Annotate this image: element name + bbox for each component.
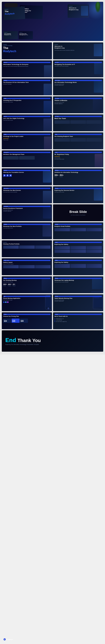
slide-grid-16: Pricing Choose Our Pricing Plan Basic $2… [2,312,103,329]
slide-works[interactable]: How It Works Our Information Technology … [53,78,103,95]
slide-number-6: 06 [101,94,102,95]
slide-tablet[interactable]: Mockup Tablet Website Mockup Plan Lorem … [53,294,103,311]
slide-number-4: 04 [101,76,102,77]
slide-number-8: 08 [101,112,102,113]
slide-grid-11: Portfolio Showcase Our Best Portfolio Lo… [2,222,103,239]
contact-email: hello@rodytech.com [54,318,102,319]
showing-gallery-1 [3,246,19,249]
contact-details: hello@rodytech.com +1 234 567 890 123 Te… [54,318,102,322]
slide-grid-1: Rodytech Information Technology TheRodyt… [2,42,103,59]
contact-email-text: hello@rodytech.com [56,318,64,319]
slide-perspective[interactable]: Insight Unveiling Our IT Perspective Lor… [2,96,52,113]
contact-phone: +1 234 567 890 [54,320,102,321]
slide-best-service[interactable]: Best Service Showcase Our Best Service L… [2,186,52,203]
slide-showing-portfolio-content: Rodytech Showing The Best Portfolio [3,242,50,249]
slide-info[interactable]: About Us Information Technology for Ever… [2,60,52,77]
slide-amazing-badge: Team [54,134,102,135]
slide-solutions[interactable]: Solutions Solutions for Information Tech… [53,168,103,185]
slide-join-title: Let's Join Our Digital Technology [3,118,50,119]
slide-gallery2-badge: Gallery [54,260,102,261]
break-subtitle: Let's Take a Break for a Few Minutes [71,214,86,216]
slide-welcome-content: Rodytech Welcome toRodytech Corp Lorem i… [54,44,102,51]
contact-address-text: 123 Tech Street, Digital City [56,321,67,322]
slide-pricing-badge: Pricing [3,314,50,315]
slide-success-badge: Success [54,188,102,189]
slide-break[interactable]: Break Slide Let's Take a Break for a Few… [53,204,103,221]
slide-laptop[interactable]: Mockup Showcase Our Laptop Mockup Lorem … [53,276,103,293]
slide-cover[interactable]: Rodytech Information Technology TheRodyt… [2,42,52,59]
hero-bottom-previews: Rodytech Our AmazingRodytech Te... Rodyt… [4,31,33,39]
slide-solutions-content: Solutions Solutions for Information Tech… [54,170,102,177]
slide-team[interactable]: Our Team Meet Our Team 10 [53,114,103,131]
slide-cover-title-accent: Rodytech [3,50,16,53]
slide-laptop-badge: Mockup [54,278,102,279]
gallery2-pic-3 [86,264,102,268]
slide-tablet-desc: Lorem ipsum dolor sit ametconsectetur ad… [54,300,102,302]
slide-success[interactable]: Success Exploring Our Success Service Lo… [53,186,103,203]
slide-leader[interactable]: Leader Greetings to Our Project Leader ★… [2,132,52,149]
slide-person[interactable]: Profile Mr. Baghdman Friday ★★★★★ CEO & … [53,150,103,167]
pricing-standard-price: $49 [12,320,19,322]
slide-pricing[interactable]: Pricing Choose Our Pricing Plan Basic $2… [2,312,52,329]
end-content: End Thank You Exploring The Information … [5,337,41,345]
slide-portfolio[interactable]: Portfolio Showcase Our Best Portfolio Lo… [2,222,52,239]
slide-framework[interactable]: Framework Service Excellence Framework L… [2,204,52,221]
slide-gallery-layout[interactable]: Gallery Layout Gallery Layout Explore Ou… [2,258,52,275]
plant-decoration [94,2,102,18]
slide-contact[interactable]: Contact Get in Touch with Us hello@rodyt… [53,312,103,329]
slide-best-service-title: Showcase Our Best Service [3,190,50,191]
slide-welcome-label: Rodytech [54,44,102,45]
layout-pic-1 [3,265,19,268]
slide-contact-badge: Contact [54,314,102,315]
slide-desktop-badge: Mockup [3,278,50,279]
slide-grid-13: Gallery Layout Gallery Layout Explore Ou… [2,258,103,275]
amazing-team-grid [54,138,102,142]
gallery2-pic-1 [54,264,70,268]
slide-grid-15: App Phone Mockup Application Mobile Appl… [2,294,103,311]
slide-number-29: 29 [50,310,51,311]
layout-pic-3 [35,265,50,268]
slide-navigation[interactable]: Our Story Navigating The Evolution of IT… [53,60,103,77]
slide-join[interactable]: Join Us Let's Join Our Digital Technolog… [2,114,52,131]
stat-clients: 300+ Clients [54,174,58,177]
slide-great-portfolio[interactable]: Portfolio Rodytech Great Portfolio 22 [53,222,103,239]
service-icon-dot-3 [10,175,11,176]
phone-color-1 [3,302,5,303]
slide-number-12: 12 [101,148,102,149]
slide-best-service-content: Best Service Showcase Our Best Service L… [3,188,50,193]
slide-vision[interactable]: Our Goals Vision & Mission Lorem ipsum d… [53,96,103,113]
slide-laptop-title: Showcase Our Laptop Mockup [54,280,102,281]
slide-end[interactable]: R Rodytech End Thank You Exploring The I… [2,330,103,352]
slide-welcome[interactable]: Rodytech Welcome toRodytech Corp Lorem i… [53,42,103,59]
gallery-pic-6 [86,250,102,253]
gallery-pic-1 [54,246,70,249]
slide-perspective-badge: Insight [3,98,50,99]
slide-gallery-title: Exploring Our Gallery [54,244,102,245]
slide-service[interactable]: Services Offering Our Foundation Service… [2,168,52,185]
team-member-1 [54,120,70,124]
desktop-stats: 300+ Clients 450+ Projects 15+ Awards [3,284,50,286]
slide-essence[interactable]: Features The Essence Of Our Information … [2,78,52,95]
hero-mini-1: Rodytech Our AmazingRodytech Te... [4,31,18,39]
slide-management[interactable]: Management Introduce Our Management Team… [2,150,52,167]
slide-desktop[interactable]: Mockup Our Desktop Mockup Lorem ipsum do… [2,276,52,293]
team-grid [54,120,102,124]
slide-essence-desc: Information Technology [3,84,50,85]
slide-tablet-badge: Mockup [54,296,102,297]
slide-solutions-title: Solutions for Information Technology [54,172,102,173]
hero-preview-title-1: TheRodytech [5,9,24,15]
amazing-member-1 [54,138,70,142]
slide-framework-content: Framework Service Excellence Framework L… [3,206,50,212]
slide-works-title: Our Information Technology Works [54,82,102,83]
mgmt-member-2 [19,156,34,160]
slide-amazing-team-content: Team Our Amazing Rodytech Team [54,134,102,142]
slide-welcome-title: Welcome toRodytech Corp [54,46,102,49]
slide-showing-portfolio[interactable]: Rodytech Showing The Best Portfolio 23 [2,240,52,257]
slide-phone[interactable]: App Phone Mockup Application Mobile Appl… [2,294,52,311]
slide-gallery2[interactable]: Gallery Exploring Our Gallery 26 [53,258,103,275]
slide-vision-badge: Our Goals [54,98,102,99]
slide-gallery[interactable]: Gallery Exploring Our Gallery 24 [53,240,103,257]
slide-amazing-team[interactable]: Team Our Amazing Rodytech Team 12 [53,132,103,149]
slide-join-badge: Join Us [3,116,50,117]
pricing-basic-price: $29 [4,320,10,322]
